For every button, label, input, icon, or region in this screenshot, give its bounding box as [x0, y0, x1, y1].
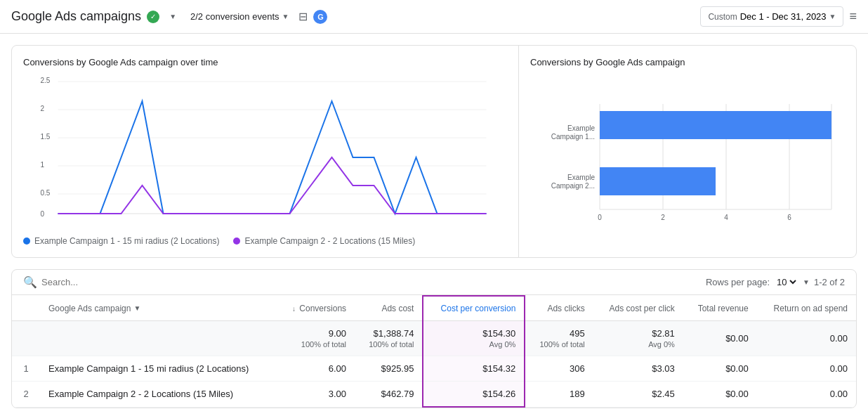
bar-chart-title: Conversions by Google Ads campaign: [530, 57, 845, 67]
search-wrapper: 🔍: [23, 275, 700, 289]
col-header-ads-cost[interactable]: Ads cost: [355, 296, 423, 321]
page-header: Google Ads campaigns ✓ ▼ 2/2 conversion …: [0, 0, 868, 34]
row1-ads-clicks: 306: [525, 356, 593, 382]
row1-total-revenue: $0.00: [683, 356, 757, 382]
legend-dot-campaign1: [23, 238, 30, 245]
col-header-total-revenue[interactable]: Total revenue: [683, 296, 757, 321]
row1-conversions: 6.00: [277, 356, 355, 382]
search-input[interactable]: [41, 277, 700, 287]
row1-num: 1: [12, 356, 40, 382]
bar-chart-panel: Conversions by Google Ads campaign Examp…: [519, 46, 856, 257]
row2-num: 2: [12, 382, 40, 408]
line-chart-panel: Conversions by Google Ads campaign over …: [12, 46, 519, 257]
status-dropdown[interactable]: ▼: [165, 10, 180, 23]
page-title: Google Ads campaigns: [11, 9, 141, 24]
filter-icon[interactable]: ⊟: [298, 10, 308, 23]
col-header-return-on-ad-spend[interactable]: Return on ad spend: [757, 296, 856, 321]
svg-text:1.5: 1.5: [41, 133, 51, 141]
svg-text:2.5: 2.5: [41, 77, 51, 84]
chart-legend: Example Campaign 1 - 15 mi radius (2 Loc…: [23, 236, 507, 246]
total-num: [12, 321, 40, 356]
row2-conversions: 3.00: [277, 382, 355, 408]
date-range-label: Dec 1 - Dec 31, 2023: [740, 11, 827, 22]
total-ads-cost: $1,388.74 100% of total: [355, 321, 423, 356]
col-header-conversions[interactable]: ↓ Conversions: [277, 296, 355, 321]
row2-ads-cost: $462.79: [355, 382, 423, 408]
date-range-picker[interactable]: Custom Dec 1 - Dec 31, 2023 ▼: [700, 6, 843, 27]
total-ads-cost-per-click: $2.81 Avg 0%: [593, 321, 683, 356]
row2-ads-cost-per-click: $2.45: [593, 382, 683, 408]
svg-text:Campaign 2...: Campaign 2...: [551, 182, 595, 190]
charts-section: Conversions by Google Ads campaign over …: [11, 45, 857, 258]
chevron-down-icon: ▼: [829, 13, 836, 20]
svg-text:Example: Example: [567, 174, 595, 181]
total-revenue: $0.00: [683, 321, 757, 356]
table-toolbar: 🔍 Rows per page: 10 25 50 ▼ 1-2 of 2: [12, 270, 856, 295]
total-conversions: 9.00 100% of total: [277, 321, 355, 356]
line-chart-title: Conversions by Google Ads campaign over …: [23, 57, 507, 67]
svg-text:4: 4: [724, 214, 728, 221]
chevron-down-icon: ▼: [803, 278, 810, 286]
total-campaign-label: [40, 321, 277, 356]
line-chart-container: 2.5 2 1.5 1 0.5 0 03 Dec 10: [23, 76, 507, 230]
svg-text:Example: Example: [567, 124, 595, 132]
col-header-cost-per-conversion[interactable]: Cost per conversion: [423, 296, 525, 321]
table-section: 🔍 Rows per page: 10 25 50 ▼ 1-2 of 2: [11, 269, 857, 408]
total-ads-clicks: 495 100% of total: [525, 321, 593, 356]
row2-ads-clicks: 189: [525, 382, 593, 408]
table-row: 2 Example Campaign 2 - 2 Locations (15 M…: [12, 382, 856, 408]
line-chart-svg: 2.5 2 1.5 1 0.5 0 03 Dec 10: [23, 76, 507, 216]
status-badge: ✓: [147, 11, 159, 23]
row1-ads-cost-per-click: $3.03: [593, 356, 683, 382]
share-button[interactable]: ≡: [849, 9, 857, 24]
bar-chart-container: Example Campaign 1... Example Campaign 2…: [530, 76, 845, 245]
svg-text:0: 0: [41, 210, 45, 216]
legend-item-campaign1: Example Campaign 1 - 15 mi radius (2 Loc…: [23, 236, 219, 246]
bar-chart-svg: Example Campaign 1... Example Campaign 2…: [530, 90, 845, 230]
col-header-num: [12, 296, 40, 321]
google-icon: G: [313, 10, 327, 24]
row2-cost-per-conversion: $154.26: [423, 382, 525, 408]
row1-cost-per-conversion: $154.32: [423, 356, 525, 382]
total-cost-per-conversion: $154.30 Avg 0%: [423, 321, 525, 356]
legend-label-campaign1: Example Campaign 1 - 15 mi radius (2 Loc…: [34, 236, 219, 246]
col-header-ads-clicks[interactable]: Ads clicks: [525, 296, 593, 321]
rows-per-page-label: Rows per page:: [706, 277, 770, 287]
chevron-down-icon: ▼: [133, 304, 140, 312]
row1-campaign: Example Campaign 1 - 15 mi radius (2 Loc…: [40, 356, 277, 382]
data-table: Google Ads campaign ▼ ↓ Conversions Ads …: [12, 295, 856, 408]
conversion-events-dropdown[interactable]: 2/2 conversion events ▼: [186, 8, 293, 25]
svg-text:2: 2: [41, 105, 45, 112]
total-return-on-ad-spend: 0.00: [757, 321, 856, 356]
sort-desc-icon: ↓: [292, 305, 296, 313]
custom-label: Custom: [708, 12, 737, 22]
header-right: Custom Dec 1 - Dec 31, 2023 ▼ ≡: [700, 6, 857, 27]
col-header-ads-cost-per-click[interactable]: Ads cost per click: [593, 296, 683, 321]
svg-text:Campaign 1...: Campaign 1...: [551, 133, 595, 141]
svg-text:2: 2: [661, 214, 665, 221]
svg-text:0: 0: [598, 214, 602, 221]
pagination-label: 1-2 of 2: [814, 277, 845, 287]
row1-return-on-ad-spend: 0.00: [757, 356, 856, 382]
svg-text:0.5: 0.5: [41, 189, 51, 197]
legend-dot-campaign2: [233, 238, 240, 245]
svg-text:6: 6: [787, 214, 791, 221]
row2-total-revenue: $0.00: [683, 382, 757, 408]
search-icon: 🔍: [23, 275, 37, 289]
table-row: 1 Example Campaign 1 - 15 mi radius (2 L…: [12, 356, 856, 382]
legend-item-campaign2: Example Campaign 2 - 2 Locations (15 Mil…: [233, 236, 415, 246]
svg-rect-28: [600, 167, 716, 195]
rows-per-page-select[interactable]: 10 25 50: [774, 276, 798, 288]
legend-label-campaign2: Example Campaign 2 - 2 Locations (15 Mil…: [244, 236, 415, 246]
table-total-row: 9.00 100% of total $1,388.74 100% of tot…: [12, 321, 856, 356]
conversion-events-label: 2/2 conversion events: [190, 11, 279, 22]
rows-per-page-control: Rows per page: 10 25 50 ▼ 1-2 of 2: [706, 276, 845, 288]
svg-rect-27: [600, 111, 831, 139]
row2-campaign: Example Campaign 2 - 2 Locations (15 Mil…: [40, 382, 277, 408]
row1-ads-cost: $925.95: [355, 356, 423, 382]
col-header-campaign[interactable]: Google Ads campaign ▼: [40, 296, 277, 321]
svg-text:1: 1: [41, 161, 45, 169]
check-icon: ✓: [147, 11, 159, 23]
chevron-down-icon: ▼: [282, 13, 289, 20]
main-content: Conversions by Google Ads campaign over …: [0, 34, 868, 416]
